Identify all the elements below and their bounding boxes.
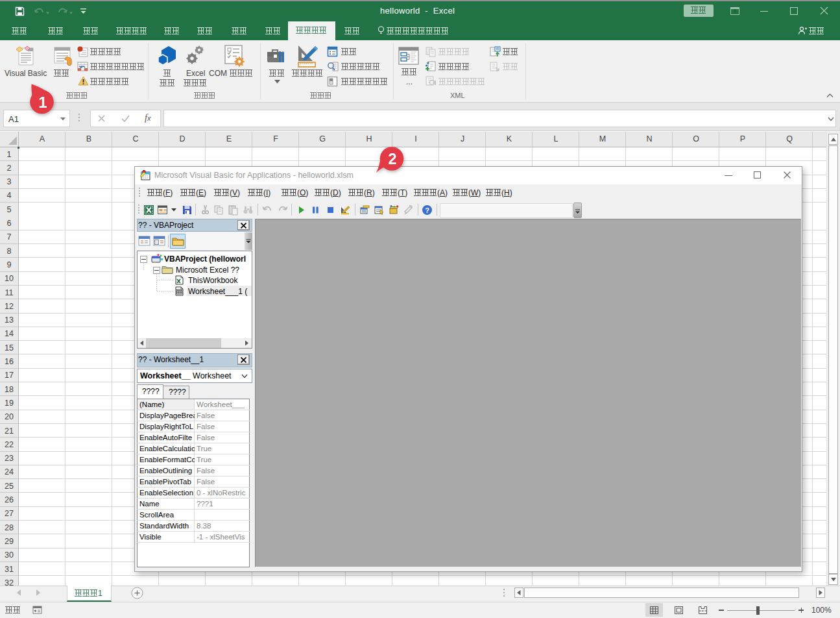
svg-text:2: 2 <box>388 150 396 167</box>
svg-text:?: ? <box>425 206 429 214</box>
svg-text:1: 1 <box>38 93 47 111</box>
